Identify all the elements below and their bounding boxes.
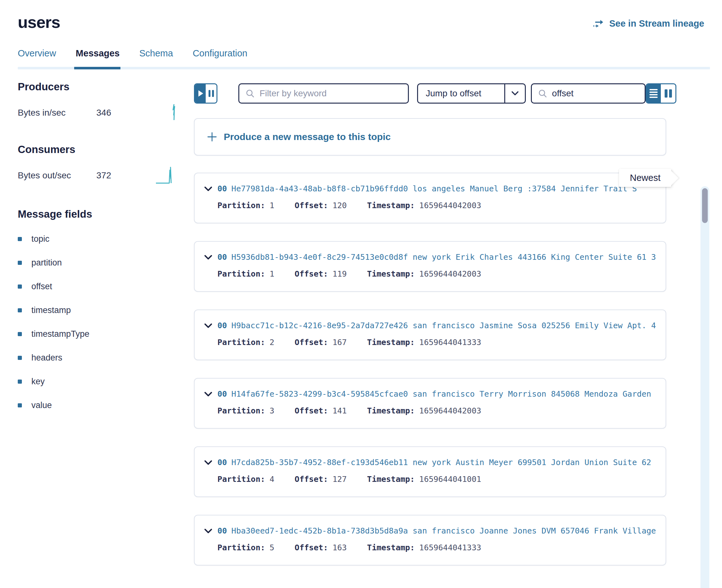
jump-to-offset-select[interactable]: Jump to offset xyxy=(417,83,525,104)
stream-lineage-link[interactable]: See in Stream lineage xyxy=(593,18,704,29)
scrollbar-track[interactable] xyxy=(700,186,709,588)
message-field-value[interactable]: value xyxy=(18,400,194,410)
message-field-headers[interactable]: headers xyxy=(18,353,194,363)
timestamp-value: 1659644042003 xyxy=(419,201,481,210)
partition-field: Partition:5 xyxy=(218,543,274,552)
producers-heading: Producers xyxy=(18,81,194,93)
offset-field: Offset:127 xyxy=(295,475,347,484)
partition-field: Partition:3 xyxy=(218,406,274,415)
newest-tag: Newest xyxy=(619,169,671,187)
chevron-down-icon[interactable] xyxy=(204,255,216,260)
chevron-down-icon[interactable] xyxy=(204,186,216,191)
message-summary[interactable]: Hba30eed7-1edc-452b-8b1a-738d3b5d8a9a sa… xyxy=(231,526,656,536)
message-prefix-icon: 00 xyxy=(218,458,227,467)
plus-icon xyxy=(207,132,217,142)
message-summary[interactable]: H9bacc71c-b12c-4216-8e95-2a7da727e426 sa… xyxy=(231,321,656,330)
message-field-offset[interactable]: offset xyxy=(18,282,194,292)
column-view-button[interactable] xyxy=(661,84,675,103)
timestamp-field: Timestamp:1659644042003 xyxy=(367,406,481,415)
timestamp-value: 1659644042003 xyxy=(419,406,481,415)
field-bullet-icon xyxy=(18,261,22,265)
pause-button[interactable] xyxy=(206,84,216,103)
message-summary[interactable]: H5936db81-b943-4e0f-8c29-74513e0c0d8f ne… xyxy=(231,252,656,262)
offset-search-input[interactable] xyxy=(552,88,638,99)
bytes-out-metric: Bytes out/sec 372 xyxy=(18,165,194,186)
lineage-link-label: See in Stream lineage xyxy=(609,18,704,29)
tab-messages[interactable]: Messages xyxy=(76,48,120,67)
search-icon xyxy=(538,89,547,98)
message-prefix-icon: 00 xyxy=(218,390,227,399)
partition-field: Partition:1 xyxy=(218,201,274,210)
bytes-out-value: 372 xyxy=(96,170,111,181)
field-bullet-icon xyxy=(18,356,22,360)
message-summary[interactable]: H7cda825b-35b7-4952-88ef-c193d546eb11 ne… xyxy=(231,458,656,467)
field-bullet-icon xyxy=(18,332,22,336)
message-row[interactable]: 00 H9bacc71c-b12c-4216-8e95-2a7da727e426… xyxy=(194,310,666,360)
list-view-button[interactable] xyxy=(646,84,661,103)
partition-field: Partition:2 xyxy=(218,338,274,347)
message-row[interactable]: 00 He77981da-4a43-48ab-b8f8-cb71b96ffdd0… xyxy=(194,173,666,223)
timestamp-field: Timestamp:1659644041333 xyxy=(367,338,481,347)
partition-value: 5 xyxy=(270,543,274,552)
active-tab-indicator xyxy=(74,67,120,69)
bytes-in-label: Bytes in/sec xyxy=(18,108,96,118)
list-view-icon xyxy=(649,89,658,98)
search-icon xyxy=(246,89,254,98)
tab-underline-track xyxy=(18,67,710,69)
message-summary[interactable]: He77981da-4a43-48ab-b8f8-cb71b96ffdd0 lo… xyxy=(231,184,656,193)
offset-value: 167 xyxy=(332,338,347,347)
play-button[interactable] xyxy=(195,84,206,103)
view-mode-toggle xyxy=(646,83,676,104)
tab-configuration[interactable]: Configuration xyxy=(193,48,248,67)
tab-schema[interactable]: Schema xyxy=(140,48,173,67)
pause-icon xyxy=(209,90,214,97)
play-icon xyxy=(199,90,203,97)
partition-value: 2 xyxy=(270,338,274,347)
offset-search-box xyxy=(531,83,646,104)
scrollbar-thumb[interactable] xyxy=(702,188,708,223)
chevron-down-icon[interactable] xyxy=(204,392,216,397)
timestamp-field: Timestamp:1659644042003 xyxy=(367,201,481,210)
offset-field: Offset:119 xyxy=(295,269,347,278)
field-bullet-icon xyxy=(18,308,22,312)
field-bullet-icon xyxy=(18,285,22,289)
message-prefix-icon: 00 xyxy=(218,321,227,330)
message-row[interactable]: 00 H5936db81-b943-4e0f-8c29-74513e0c0d8f… xyxy=(194,241,666,292)
chevron-down-icon[interactable] xyxy=(504,84,525,103)
message-field-key[interactable]: key xyxy=(18,377,194,386)
message-field-partition[interactable]: partition xyxy=(18,258,194,268)
messages-toolbar: Jump to offset xyxy=(194,83,694,104)
timestamp-value: 1659644041333 xyxy=(419,338,481,347)
page-header: users See in Stream lineage xyxy=(0,0,722,32)
message-field-topic[interactable]: topic xyxy=(18,234,194,244)
tab-overview[interactable]: Overview xyxy=(18,48,56,67)
filter-input[interactable] xyxy=(259,88,401,99)
message-field-timestamptype[interactable]: timestampType xyxy=(18,329,194,339)
offset-field: Offset:167 xyxy=(295,338,347,347)
timestamp-value: 1659644041001 xyxy=(419,475,481,484)
topic-tabs: OverviewMessagesSchemaConfiguration xyxy=(0,48,722,69)
message-field-timestamp[interactable]: timestamp xyxy=(18,306,194,315)
chevron-down-icon[interactable] xyxy=(204,528,216,533)
timestamp-field: Timestamp:1659644042003 xyxy=(367,269,481,278)
bytes-in-sparkline xyxy=(170,102,178,123)
sidebar: Producers Bytes in/sec 346 Consumers Byt… xyxy=(18,76,194,566)
chevron-down-icon[interactable] xyxy=(204,323,216,328)
message-row[interactable]: 00 H14fa67fe-5823-4299-b3c4-595845cfcae0… xyxy=(194,378,666,429)
chevron-down-icon[interactable] xyxy=(204,460,216,465)
timestamp-field: Timestamp:1659644041333 xyxy=(367,543,481,552)
offset-value: 119 xyxy=(332,269,347,278)
message-summary[interactable]: H14fa67fe-5823-4299-b3c4-595845cfcae0 sa… xyxy=(231,390,656,399)
message-prefix-icon: 00 xyxy=(218,252,227,262)
lineage-arrows-icon xyxy=(593,19,605,28)
field-bullet-icon xyxy=(18,403,22,407)
message-row[interactable]: 00 H7cda825b-35b7-4952-88ef-c193d546eb11… xyxy=(194,446,666,497)
partition-value: 4 xyxy=(270,475,274,484)
filter-input-box xyxy=(238,83,409,104)
column-view-icon xyxy=(665,89,672,98)
message-row[interactable]: 00 Hba30eed7-1edc-452b-8b1a-738d3b5d8a9a… xyxy=(194,515,666,566)
produce-message-button[interactable]: Produce a new message to this topic xyxy=(194,118,666,155)
message-prefix-icon: 00 xyxy=(218,526,227,536)
bytes-in-value: 346 xyxy=(96,108,111,118)
offset-field: Offset:141 xyxy=(295,406,347,415)
